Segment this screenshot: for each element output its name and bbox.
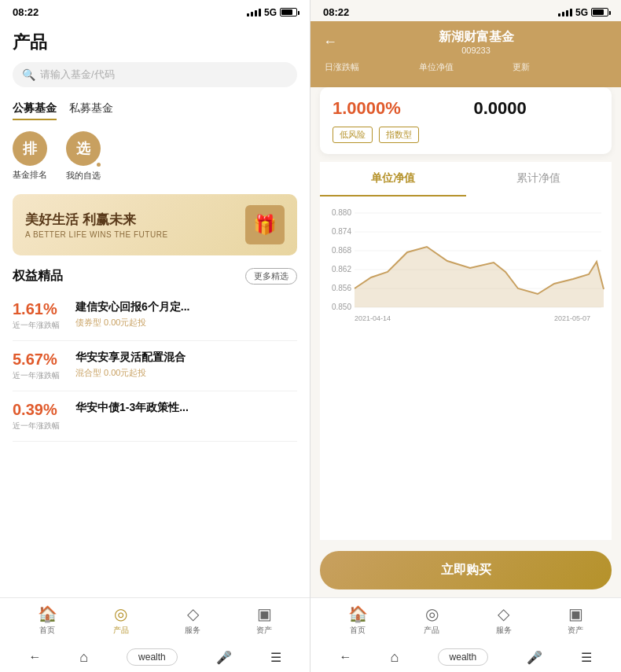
fund-return-0: 1.61% (13, 300, 60, 318)
col-updated: 更新 (513, 61, 607, 73)
nav-product-right[interactable]: ◎ 产品 (424, 604, 439, 636)
nav-home-left[interactable]: 🏠 首页 (38, 604, 57, 636)
bottom-nav-left: 🏠 首页 ◎ 产品 ◇ 服务 ▣ 资产 (0, 597, 310, 644)
buy-section: 立即购买 (310, 540, 621, 597)
status-bar-left: 08:22 5G (0, 0, 310, 21)
section-header: 权益精品 更多精选 (0, 265, 310, 291)
fund-item-0[interactable]: 1.61% 近一年涨跌幅 建信安心回报6个月定... 债券型 0.00元起投 (13, 291, 297, 341)
status-bar-right: 08:22 5G (310, 0, 621, 21)
sys-wealth-right[interactable]: wealth (438, 648, 489, 666)
back-button[interactable]: ← (323, 34, 337, 50)
nav-service-label: 服务 (185, 625, 200, 636)
fund-item-1[interactable]: 5.67% 近一年涨跌幅 华安安享灵活配置混合 混合型 0.00元起投 (13, 341, 297, 391)
fund-name-0: 建信安心回报6个月定... (75, 300, 297, 314)
svg-text:0.874: 0.874 (332, 227, 351, 236)
product-icon-right: ◎ (425, 604, 439, 623)
ranking-circle: 排 (13, 131, 47, 166)
fund-code: 009233 (344, 46, 608, 55)
banner-gift-icon: 🎁 (245, 205, 285, 244)
service-icon-right: ◇ (498, 604, 509, 623)
icon-ranking[interactable]: 排 基金排名 (13, 131, 47, 182)
nav-home-label-right: 首页 (350, 625, 366, 636)
fund-return-1: 5.67% (13, 351, 60, 369)
left-phone: 08:22 5G 产品 🔍 请输入基金/代码 公募基金 私募基金 排 (0, 0, 310, 672)
bottom-nav-right: 🏠 首页 ◎ 产品 ◇ 服务 ▣ 资产 (310, 597, 621, 644)
fund-item-2[interactable]: 0.39% 近一年涨跌幅 华安中债1-3年政策性... (13, 391, 297, 442)
assets-icon-right: ▣ (568, 604, 583, 623)
search-bar[interactable]: 🔍 请输入基金/代码 (13, 62, 297, 87)
section-title: 权益精品 (13, 268, 63, 285)
col-daily: 日涨跌幅 (325, 61, 419, 73)
page-title: 产品 (13, 31, 297, 54)
sys-mic-right[interactable]: 🎤 (527, 650, 542, 665)
banner-text: 美好生活 利赢未来 A BETTER LIFE WINS THE FUTURE (25, 211, 168, 239)
sys-menu-left[interactable]: ☰ (270, 650, 281, 665)
svg-text:0.862: 0.862 (332, 265, 351, 274)
chart-tab-unit-nav[interactable]: 单位净值 (320, 162, 466, 196)
nav-service-left[interactable]: ◇ 服务 (185, 604, 200, 636)
nav-home-right[interactable]: 🏠 首页 (348, 604, 368, 636)
icon-watchlist[interactable]: 选 我的自选 (66, 131, 101, 182)
nav-assets-label-right: 资产 (568, 625, 583, 636)
network-left: 5G (264, 7, 277, 18)
nav-product-left[interactable]: ◎ 产品 (113, 604, 129, 636)
fund-info-card: 1.0000% 0.0000 低风险 指数型 (320, 87, 612, 154)
right-phone: 08:22 5G ← 新湖财富基金 009233 日涨跌幅 单位净值 更新 (310, 0, 621, 672)
assets-icon: ▣ (257, 604, 272, 623)
fund-name-1: 华安安享灵活配置混合 (75, 351, 297, 365)
sys-nav-left: ← ⌂ wealth 🎤 ☰ (0, 644, 310, 672)
fund-detail-header: ← 新湖财富基金 009233 日涨跌幅 单位净值 更新 (310, 21, 621, 87)
fund-label-2: 近一年涨跌幅 (13, 420, 60, 431)
quick-icons: 排 基金排名 选 我的自选 (0, 125, 310, 189)
fund-tag-0: 债券型 0.00元起投 (75, 317, 297, 329)
more-selection-btn[interactable]: 更多精选 (245, 268, 297, 285)
nav-product-label: 产品 (113, 625, 129, 636)
nav-assets-label: 资产 (256, 625, 272, 636)
fund-type-tabs: 公募基金 私募基金 (0, 94, 310, 125)
sys-history-right[interactable]: ⌂ (391, 649, 399, 666)
nav-home-label: 首页 (39, 625, 55, 636)
chart-svg: 0.880 0.874 0.868 0.862 0.856 0.850 (320, 203, 612, 340)
nav-assets-left[interactable]: ▣ 资产 (256, 604, 272, 636)
nav-value: 0.0000 (474, 98, 600, 119)
page-header: 产品 🔍 请输入基金/代码 (0, 21, 310, 94)
search-placeholder: 请输入基金/代码 (40, 68, 115, 82)
daily-change-col: 1.0000% (333, 98, 458, 119)
sys-back-right[interactable]: ← (340, 650, 352, 664)
time-right: 08:22 (323, 6, 349, 18)
home-icon: 🏠 (38, 604, 57, 623)
sys-back-left[interactable]: ← (28, 650, 41, 664)
sys-nav-right: ← ⌂ wealth 🎤 ☰ (310, 644, 621, 672)
sys-menu-right[interactable]: ☰ (581, 650, 592, 665)
watchlist-label: 我的自选 (66, 170, 101, 182)
tab-public-fund[interactable]: 公募基金 (13, 101, 57, 120)
sys-history-left[interactable]: ⌂ (79, 649, 88, 666)
fund-return-2: 0.39% (13, 401, 60, 419)
tag-type: 指数型 (379, 127, 419, 143)
fund-label-1: 近一年涨跌幅 (13, 370, 60, 381)
ranking-label: 基金排名 (13, 169, 47, 181)
nav-chart: 0.880 0.874 0.868 0.862 0.856 0.850 (320, 196, 612, 350)
home-icon-right: 🏠 (348, 604, 368, 623)
nav-assets-right[interactable]: ▣ 资产 (568, 604, 583, 636)
fund-tag-1: 混合型 0.00元起投 (75, 367, 297, 379)
watchlist-circle: 选 (66, 131, 101, 166)
sys-wealth-left[interactable]: wealth (127, 648, 178, 666)
network-right: 5G (575, 7, 588, 18)
sys-mic-left[interactable]: 🎤 (216, 650, 232, 665)
banner-sub: A BETTER LIFE WINS THE FUTURE (25, 230, 168, 239)
search-icon: 🔍 (22, 68, 35, 81)
fund-values-row: 1.0000% 0.0000 (333, 98, 599, 119)
promo-banner[interactable]: 美好生活 利赢未来 A BETTER LIFE WINS THE FUTURE … (13, 194, 297, 255)
tab-private-fund[interactable]: 私募基金 (69, 101, 113, 120)
chart-tab-cum-nav[interactable]: 累计净值 (466, 162, 612, 196)
col-nav: 单位净值 (419, 61, 513, 73)
daily-change-value: 1.0000% (333, 98, 458, 119)
tag-risk: 低风险 (333, 127, 373, 143)
nav-col: 0.0000 (474, 98, 600, 119)
svg-text:2021-05-07: 2021-05-07 (554, 314, 590, 322)
buy-button[interactable]: 立即购买 (320, 551, 612, 589)
time-left: 08:22 (13, 6, 39, 18)
fund-label-0: 近一年涨跌幅 (13, 320, 60, 331)
nav-service-right[interactable]: ◇ 服务 (496, 604, 512, 636)
